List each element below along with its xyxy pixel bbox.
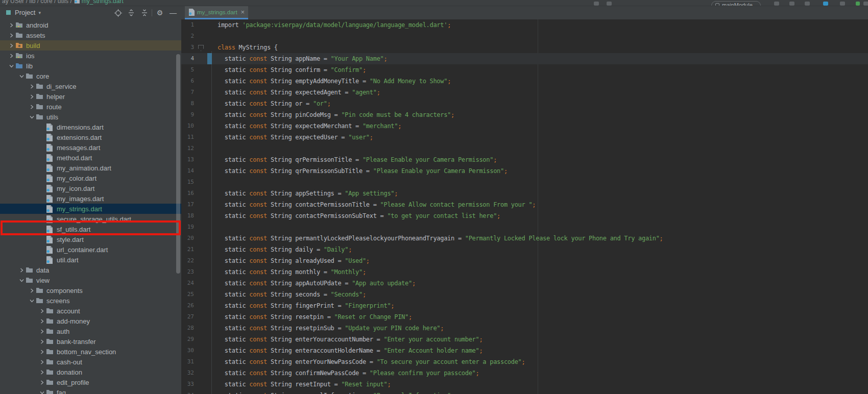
chevron-collapsed-icon[interactable] xyxy=(38,350,46,354)
tree-item-my-strings-dart[interactable]: my_strings.dart xyxy=(0,204,181,214)
tree-item-donation[interactable]: donation xyxy=(0,367,181,377)
code-line-33[interactable]: 33 static const String resetInput = "Res… xyxy=(181,379,868,390)
tree-item-style-dart[interactable]: style.dart xyxy=(0,234,181,244)
tree-item-di-service[interactable]: di_service xyxy=(0,81,181,91)
tree-item-dimensions-dart[interactable]: dimensions.dart xyxy=(0,122,181,132)
hide-panel-icon[interactable]: — xyxy=(168,8,178,17)
close-icon[interactable]: × xyxy=(241,10,245,15)
chevron-collapsed-icon[interactable] xyxy=(7,23,15,28)
tree-item-helper[interactable]: helper xyxy=(0,91,181,102)
code-line-4[interactable]: 4 static const String appName = "Your Ap… xyxy=(181,53,868,64)
chevron-collapsed-icon[interactable] xyxy=(38,319,46,324)
code-line-20[interactable]: 20 static const String permantlyLockedPl… xyxy=(181,233,868,244)
tree-item-screens[interactable]: screens xyxy=(0,296,181,306)
code-line-13[interactable]: 13 static const String qrPermissonTitle … xyxy=(181,154,868,165)
tree-item-bottom-nav-section[interactable]: bottom_nav_section xyxy=(0,347,181,357)
tree-item-messages-dart[interactable]: messages.dart xyxy=(0,142,181,153)
code-line-27[interactable]: 27 static const String resetpin = "Reset… xyxy=(181,311,868,323)
chevron-expanded-icon[interactable] xyxy=(28,299,36,303)
tree-item-view[interactable]: view xyxy=(0,275,181,285)
chevron-collapsed-icon[interactable] xyxy=(38,339,46,344)
code-line-30[interactable]: 30 static const String enteraccountHolde… xyxy=(181,345,868,356)
fold-marker-icon[interactable] xyxy=(198,45,204,51)
tree-item-auth[interactable]: auth xyxy=(0,326,181,336)
toolbar-icon[interactable] xyxy=(805,2,810,6)
tree-item-account[interactable]: account xyxy=(0,306,181,316)
code-line-25[interactable]: 25 static const String seconds = "Second… xyxy=(181,289,868,300)
run-configuration-select[interactable]: mainModule xyxy=(711,1,761,6)
code-line-7[interactable]: 7 static const String expectedAgent = "a… xyxy=(181,87,868,98)
code-line-1[interactable]: 1import 'package:viserpay/data/model/lan… xyxy=(181,19,868,31)
code-line-11[interactable]: 11 static const String expectedUser = "u… xyxy=(181,132,868,143)
code-line-17[interactable]: 17 static const String contactPermissonT… xyxy=(181,199,868,210)
tree-item-faq[interactable]: faq xyxy=(0,387,181,394)
code-line-9[interactable]: 9 static const String pinCodeMsg = "Pin … xyxy=(181,109,868,120)
code-line-10[interactable]: 10 static const String expectedMerchant … xyxy=(181,120,868,132)
tree-item-cash-out[interactable]: cash-out xyxy=(0,357,181,367)
chevron-collapsed-icon[interactable] xyxy=(38,309,46,313)
code-line-6[interactable]: 6 static const String emptyAddMoneyTitle… xyxy=(181,76,868,87)
code-line-8[interactable]: 8 static const String or = "or"; xyxy=(181,98,868,109)
code-line-5[interactable]: 5 static const String confirm = "Confirm… xyxy=(181,64,868,76)
code-line-29[interactable]: 29 static const String enterYouraccountN… xyxy=(181,334,868,345)
chevron-collapsed-icon[interactable] xyxy=(17,268,26,273)
chevron-collapsed-icon[interactable] xyxy=(38,329,46,334)
code-editor[interactable]: 1import 'package:viserpay/data/model/lan… xyxy=(181,19,868,394)
chevron-expanded-icon[interactable] xyxy=(17,74,26,79)
code-line-19[interactable]: 19 xyxy=(181,221,868,233)
code-line-21[interactable]: 21 static const String daily = "Daily"; xyxy=(181,244,868,255)
chevron-collapsed-icon[interactable] xyxy=(38,380,46,385)
chevron-collapsed-icon[interactable] xyxy=(28,288,36,293)
tree-item-bank-transfer[interactable]: bank-transfer xyxy=(0,336,181,347)
chevron-collapsed-icon[interactable] xyxy=(28,94,36,99)
tree-item-add-money[interactable]: add-money xyxy=(0,316,181,326)
code-line-12[interactable]: 12 xyxy=(181,143,868,154)
code-line-14[interactable]: 14 static const String qrPermissonSubTit… xyxy=(181,165,868,177)
tree-item-utils[interactable]: utils xyxy=(0,112,181,122)
code-line-18[interactable]: 18 static const String contactPermissonS… xyxy=(181,210,868,221)
chevron-expanded-icon[interactable] xyxy=(28,115,36,119)
tree-item-method-dart[interactable]: method.dart xyxy=(0,153,181,163)
chevron-expanded-icon[interactable] xyxy=(38,390,46,394)
code-line-23[interactable]: 23 static const String monthly = "Monthl… xyxy=(181,266,868,278)
tree-item-lib[interactable]: lib xyxy=(0,61,181,71)
breadcrumb-file[interactable]: my_strings.dart xyxy=(82,0,124,5)
project-view-selector[interactable]: Project ▾ xyxy=(5,9,41,16)
code-line-15[interactable]: 15 xyxy=(181,177,868,188)
chevron-collapsed-icon[interactable] xyxy=(7,54,15,58)
toolbar-icon[interactable] xyxy=(607,2,612,6)
tree-item-my-icon-dart[interactable]: my_icon.dart xyxy=(0,183,181,193)
toolbar-icon[interactable] xyxy=(594,2,599,6)
expand-all-icon[interactable] xyxy=(127,8,136,17)
device-manager-icon[interactable] xyxy=(823,2,828,6)
toolbar-icon[interactable] xyxy=(840,2,845,6)
code-line-24[interactable]: 24 static const String appAutoUPdate = "… xyxy=(181,278,868,289)
chevron-collapsed-icon[interactable] xyxy=(38,360,46,364)
tree-item-util-dart[interactable]: util.dart xyxy=(0,255,181,265)
tab-my-strings-dart[interactable]: my_strings.dart × xyxy=(185,6,248,19)
toolbar-icon[interactable] xyxy=(863,2,868,6)
chevron-collapsed-icon[interactable] xyxy=(38,370,46,375)
code-line-26[interactable]: 26 static const String fingerPrint = "Fi… xyxy=(181,300,868,311)
tree-item-extensions-dart[interactable]: extensions.dart xyxy=(0,132,181,142)
tree-item-core[interactable]: core xyxy=(0,71,181,81)
collapse-all-icon[interactable] xyxy=(140,8,149,17)
tree-item-url-container-dart[interactable]: url_container.dart xyxy=(0,244,181,255)
tree-item-route[interactable]: route xyxy=(0,102,181,112)
tree-item-ios[interactable]: ios xyxy=(0,51,181,61)
code-line-34[interactable]: 34 static const String personalInformati… xyxy=(181,390,868,394)
code-line-3[interactable]: 3class MyStrings { xyxy=(181,42,868,53)
tree-item-android[interactable]: android xyxy=(0,20,181,30)
locate-file-icon[interactable] xyxy=(113,8,123,17)
breadcrumb[interactable]: ay USer / lib / core / utils / my_string… xyxy=(2,0,124,5)
run-icon[interactable] xyxy=(774,2,779,6)
chevron-expanded-icon[interactable] xyxy=(17,278,26,283)
tree-item-my-color-dart[interactable]: my_color.dart xyxy=(0,173,181,183)
tree-item-my-animation-dart[interactable]: my_animation.dart xyxy=(0,163,181,173)
project-scrollbar[interactable] xyxy=(176,54,180,274)
chevron-collapsed-icon[interactable] xyxy=(7,33,15,38)
chevron-expanded-icon[interactable] xyxy=(7,64,15,68)
code-line-2[interactable]: 2 xyxy=(181,31,868,42)
code-line-28[interactable]: 28 static const String resetpinSub = "Up… xyxy=(181,323,868,334)
tree-item-assets[interactable]: assets xyxy=(0,30,181,40)
